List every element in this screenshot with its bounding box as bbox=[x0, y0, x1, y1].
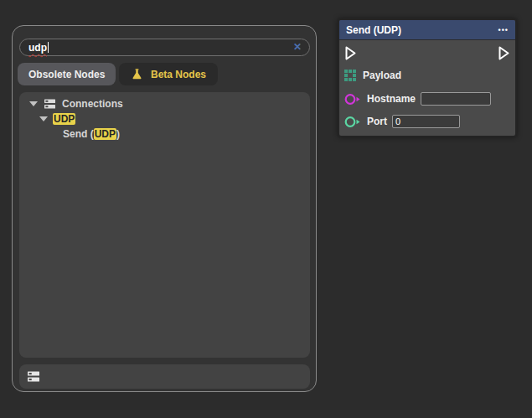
tree-item-udp[interactable]: UDP bbox=[19, 111, 310, 126]
tree-item-send-udp[interactable]: Send (UDP) bbox=[19, 126, 310, 142]
payload-port-row: Payload bbox=[344, 68, 406, 83]
port-port-row: Port bbox=[344, 114, 460, 129]
flow-input-port[interactable] bbox=[344, 45, 357, 61]
category-list-icon bbox=[28, 371, 39, 382]
obsolete-nodes-label: Obsolete Nodes bbox=[28, 69, 105, 80]
send-udp-node[interactable]: Send (UDP) ••• Payload bbox=[338, 18, 517, 137]
node-title: Send (UDP) bbox=[346, 24, 401, 36]
node-finder-panel: udp ✕ Obsolete Nodes Beta Nodes bbox=[12, 25, 317, 392]
connections-category-icon bbox=[44, 99, 55, 109]
tree-item-label: Send (UDP) bbox=[63, 128, 120, 140]
port-port-label: Port bbox=[367, 116, 387, 127]
hostname-port-row: Hostname bbox=[344, 91, 491, 106]
hostname-port-icon[interactable] bbox=[344, 93, 360, 106]
beta-nodes-label: Beta Nodes bbox=[151, 69, 206, 80]
tree-item-label-highlighted: UDP bbox=[53, 113, 75, 125]
search-results-tree: Connections UDP Send (UDP) bbox=[19, 92, 310, 358]
tree-item-label: Connections bbox=[62, 98, 123, 110]
port-port-icon[interactable] bbox=[344, 116, 360, 128]
payload-port-label: Payload bbox=[363, 70, 401, 81]
tree-item-connections[interactable]: Connections bbox=[19, 96, 310, 111]
label-prefix: Send ( bbox=[63, 128, 94, 140]
search-input[interactable]: udp ✕ bbox=[19, 39, 310, 56]
text-caret bbox=[48, 42, 49, 53]
label-suffix: ) bbox=[116, 128, 120, 140]
node-editor-screen: udp ✕ Obsolete Nodes Beta Nodes bbox=[0, 0, 532, 418]
search-text: udp bbox=[28, 43, 47, 53]
hostname-field[interactable] bbox=[421, 92, 491, 106]
chevron-down-icon[interactable] bbox=[39, 116, 48, 121]
selection-footer-bar[interactable] bbox=[19, 364, 310, 389]
obsolete-nodes-button[interactable]: Obsolete Nodes bbox=[18, 63, 116, 85]
node-header[interactable]: Send (UDP) ••• bbox=[339, 20, 515, 40]
payload-port-icon[interactable] bbox=[344, 70, 356, 81]
port-field[interactable] bbox=[392, 115, 460, 128]
flask-icon bbox=[131, 68, 143, 80]
chevron-down-icon[interactable] bbox=[29, 101, 38, 106]
flow-output-port[interactable] bbox=[498, 45, 510, 61]
beta-nodes-button[interactable]: Beta Nodes bbox=[119, 63, 218, 85]
label-match-highlighted: UDP bbox=[94, 128, 116, 140]
clear-search-icon[interactable]: ✕ bbox=[293, 41, 302, 53]
hostname-port-label: Hostname bbox=[367, 93, 416, 105]
node-menu-icon[interactable]: ••• bbox=[498, 26, 509, 34]
